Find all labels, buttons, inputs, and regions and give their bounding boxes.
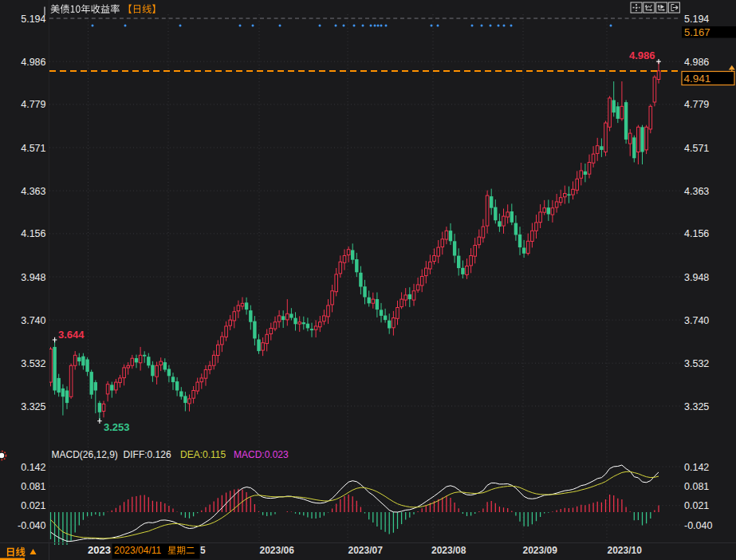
svg-text:2023/09: 2023/09 [523,545,558,556]
svg-text:0.021: 0.021 [21,500,45,511]
svg-text:3.948: 3.948 [684,272,709,283]
svg-text:2023/08: 2023/08 [431,545,466,556]
svg-text:4.941: 4.941 [684,73,711,85]
svg-text:3.948: 3.948 [21,272,45,283]
svg-text:3.532: 3.532 [684,358,709,369]
svg-text:5: 5 [200,545,206,556]
svg-text:3.740: 3.740 [684,315,709,326]
svg-text:DIFF:0.126: DIFF:0.126 [124,449,171,460]
svg-text:5.194: 5.194 [21,14,45,25]
svg-text:4.986: 4.986 [21,57,45,68]
svg-text:0.021: 0.021 [684,500,709,511]
svg-text:MACD:0.023: MACD:0.023 [234,449,289,460]
svg-text:0.081: 0.081 [21,481,45,492]
svg-text:3.325: 3.325 [684,401,709,412]
svg-text:-0.040: -0.040 [684,520,712,531]
svg-text:-0.040: -0.040 [18,520,45,531]
svg-text:3.532: 3.532 [21,358,45,369]
svg-text:3.740: 3.740 [21,315,45,326]
svg-text:0.081: 0.081 [684,481,709,492]
svg-text:4.156: 4.156 [684,228,709,239]
svg-text:3.325: 3.325 [21,401,45,412]
svg-text:MACD(26,12,9): MACD(26,12,9) [52,449,118,460]
svg-text:4.986: 4.986 [629,49,655,61]
svg-text:2023: 2023 [88,544,111,556]
svg-text:2023/07: 2023/07 [348,545,384,556]
svg-text:4.156: 4.156 [21,228,45,239]
svg-text:0.142: 0.142 [21,462,45,473]
svg-text:4.363: 4.363 [21,186,45,197]
svg-text:4.571: 4.571 [684,143,709,154]
svg-text:DEA:0.115: DEA:0.115 [180,449,226,460]
svg-text:5.194: 5.194 [684,14,709,25]
svg-text:2023/06: 2023/06 [260,545,295,556]
svg-text:0.142: 0.142 [684,462,709,473]
svg-text:2023/10: 2023/10 [608,545,643,556]
svg-text:4.986: 4.986 [684,57,709,68]
svg-text:4.571: 4.571 [21,143,45,154]
svg-text:3.644: 3.644 [58,329,85,341]
svg-text:5.167: 5.167 [684,26,710,38]
svg-text:3.253: 3.253 [104,421,130,433]
svg-text:4.779: 4.779 [684,99,709,110]
svg-text:4.779: 4.779 [21,99,45,110]
svg-text:2023/04/11: 2023/04/11 [114,545,161,556]
svg-text:4.363: 4.363 [684,186,709,197]
